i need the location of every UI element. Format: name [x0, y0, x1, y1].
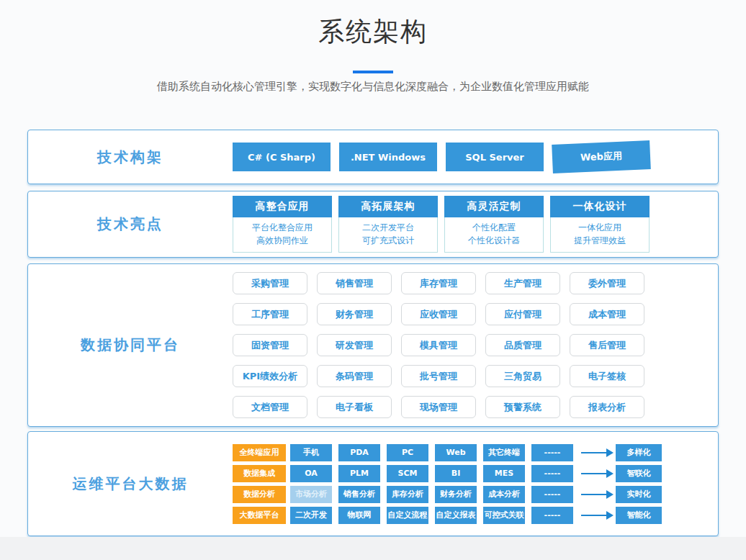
highlight-card-header: 高拓展架构 — [338, 196, 438, 217]
highlight-card-line: 提升管理效益 — [551, 234, 649, 247]
highlight-card-body: 一体化应用提升管理效益 — [550, 217, 650, 253]
ellipsis-cell: ----- — [531, 444, 573, 461]
section-label-data-platform: 数据协同平台 — [28, 335, 233, 355]
highlight-card: 高整合应用平台化整合应用高效协同作业 — [233, 196, 332, 253]
data-platform-grid: 采购管理销售管理库存管理生产管理委外管理工序管理财务管理应收管理应付管理成本管理… — [233, 272, 644, 418]
page-subtitle: 借助系统自动化核心管理引擎，实现数字化与信息化深度融合，为企业数值化管理应用赋能 — [0, 80, 746, 94]
module-block: 批号管理 — [401, 365, 476, 387]
title-underline — [353, 71, 393, 73]
module-block: 三角贸易 — [485, 365, 560, 387]
section-bigdata-platform: 运维平台大数据 全终端应用手机PDAPCWeb其它终端-----多样化数据集成O… — [27, 431, 719, 536]
tech-block: .NET Windows — [339, 143, 437, 171]
bigdata-row: 大数据平台二次开发物联网自定义流程自定义报表可控式关联-----智能化 — [233, 507, 662, 524]
footer-strip — [0, 537, 746, 560]
module-block: 报表分析 — [570, 396, 644, 418]
highlight-card: 高拓展架构二次开发平台可扩充式设计 — [338, 196, 438, 253]
ellipsis-cell: ----- — [531, 465, 573, 482]
module-block: 电子看板 — [317, 396, 392, 418]
highlight-card-body: 平台化整合应用高效协同作业 — [233, 217, 332, 253]
section-tech-architecture: 技术构架 C# (C Sharp).NET WindowsSQL ServerW… — [27, 130, 719, 184]
module-block: 采购管理 — [233, 272, 307, 294]
module-block: 条码管理 — [317, 365, 392, 387]
module-block: 研发管理 — [317, 334, 392, 356]
highlight-card: 高灵活定制个性化配置个性化设计器 — [444, 196, 544, 253]
bigdata-cell: Web — [435, 444, 477, 461]
bigdata-cell: 财务分析 — [435, 486, 477, 503]
highlight-card-line: 个性化设计器 — [445, 234, 543, 247]
module-block: 固资管理 — [233, 334, 307, 356]
module-block: 财务管理 — [317, 303, 392, 325]
bigdata-cell: 二次开发 — [290, 507, 332, 524]
right-arrow-icon — [581, 515, 607, 516]
bigdata-cell: OA — [290, 465, 332, 482]
module-block: 库存管理 — [401, 272, 476, 294]
bigdata-result-block: 智能化 — [616, 507, 662, 524]
bigdata-cell: MES — [483, 465, 525, 482]
module-block: 销售管理 — [317, 272, 392, 294]
bigdata-cell: PDA — [338, 444, 380, 461]
module-block: 应收管理 — [401, 303, 476, 325]
section-data-platform: 数据协同平台 采购管理销售管理库存管理生产管理委外管理工序管理财务管理应收管理应… — [27, 263, 719, 427]
module-block: 文档管理 — [233, 396, 307, 418]
highlight-card: 一体化设计一体化应用提升管理效益 — [550, 196, 650, 253]
bigdata-cell: 市场分析 — [290, 486, 332, 503]
highlight-card-header: 一体化设计 — [550, 196, 650, 217]
bigdata-cell: 库存分析 — [387, 486, 428, 503]
module-block: 生产管理 — [485, 272, 560, 294]
section-tech-highlights: 技术亮点 高整合应用平台化整合应用高效协同作业高拓展架构二次开发平台可扩充式设计… — [27, 191, 719, 258]
tech-highlight-cards: 高整合应用平台化整合应用高效协同作业高拓展架构二次开发平台可扩充式设计高灵活定制… — [233, 196, 650, 253]
module-block: 模具管理 — [401, 334, 476, 356]
tech-block: Web应用 — [552, 140, 651, 173]
bigdata-cell: PC — [387, 444, 428, 461]
bigdata-cell: 其它终端 — [483, 444, 525, 461]
highlight-card-body: 个性化配置个性化设计器 — [444, 217, 544, 253]
module-block: 现场管理 — [401, 396, 476, 418]
highlight-card-header: 高灵活定制 — [444, 196, 544, 217]
tech-block: SQL Server — [446, 143, 544, 171]
bigdata-cell: 销售分析 — [338, 486, 380, 503]
bigdata-result-block: 智联化 — [616, 465, 662, 482]
bigdata-cell: BI — [435, 465, 477, 482]
bigdata-row-tag: 数据集成 — [233, 465, 286, 482]
bigdata-rows: 全终端应用手机PDAPCWeb其它终端-----多样化数据集成OAPLMSCMB… — [233, 444, 662, 524]
section-label-tech-architecture: 技术构架 — [28, 148, 233, 167]
bigdata-row: 数据集成OAPLMSCMBIMES-----智联化 — [233, 465, 662, 482]
right-arrow-icon — [581, 494, 607, 495]
highlight-card-body: 二次开发平台可扩充式设计 — [338, 217, 438, 253]
bigdata-result-block: 多样化 — [616, 444, 662, 461]
ellipsis-cell: ----- — [531, 507, 573, 524]
tech-architecture-buttons: C# (C Sharp).NET WindowsSQL ServerWeb应用 — [233, 143, 650, 171]
bigdata-cell: 成本分析 — [483, 486, 525, 503]
bigdata-cell: 物联网 — [338, 507, 380, 524]
module-block: 售后管理 — [570, 334, 644, 356]
bigdata-row-tag: 大数据平台 — [233, 507, 286, 524]
highlight-card-line: 可扩充式设计 — [339, 234, 437, 247]
diagram-sections: 技术构架 C# (C Sharp).NET WindowsSQL ServerW… — [0, 130, 746, 536]
bigdata-row: 全终端应用手机PDAPCWeb其它终端-----多样化 — [233, 444, 662, 461]
page-title: 系统架构 — [0, 16, 746, 48]
module-block: 电子签核 — [570, 365, 644, 387]
bigdata-row: 数据分析市场分析销售分析库存分析财务分析成本分析-----实时化 — [233, 486, 662, 503]
bigdata-row-tag: 数据分析 — [233, 486, 286, 503]
bigdata-cell: 可控式关联 — [483, 507, 525, 524]
highlight-card-header: 高整合应用 — [233, 196, 332, 217]
bigdata-cell: 自定义报表 — [435, 507, 477, 524]
bigdata-result-block: 实时化 — [616, 486, 662, 503]
right-arrow-icon — [581, 452, 607, 453]
highlight-card-line: 高效协同作业 — [233, 234, 331, 247]
highlight-card-line: 个性化配置 — [445, 221, 543, 234]
bigdata-cell: 自定义流程 — [387, 507, 428, 524]
module-block: 品质管理 — [485, 334, 560, 356]
highlight-card-line: 一体化应用 — [551, 221, 649, 234]
module-block: 预警系统 — [485, 396, 560, 418]
module-block: 成本管理 — [570, 303, 644, 325]
module-block: 委外管理 — [570, 272, 644, 294]
bigdata-row-tag: 全终端应用 — [233, 444, 286, 461]
module-block: KPI绩效分析 — [233, 365, 307, 387]
right-arrow-icon — [581, 473, 607, 474]
bigdata-cell: SCM — [387, 465, 428, 482]
ellipsis-cell: ----- — [531, 486, 573, 503]
bigdata-cell: PLM — [338, 465, 380, 482]
section-label-tech-highlights: 技术亮点 — [28, 214, 233, 234]
section-label-bigdata-platform: 运维平台大数据 — [28, 474, 233, 494]
